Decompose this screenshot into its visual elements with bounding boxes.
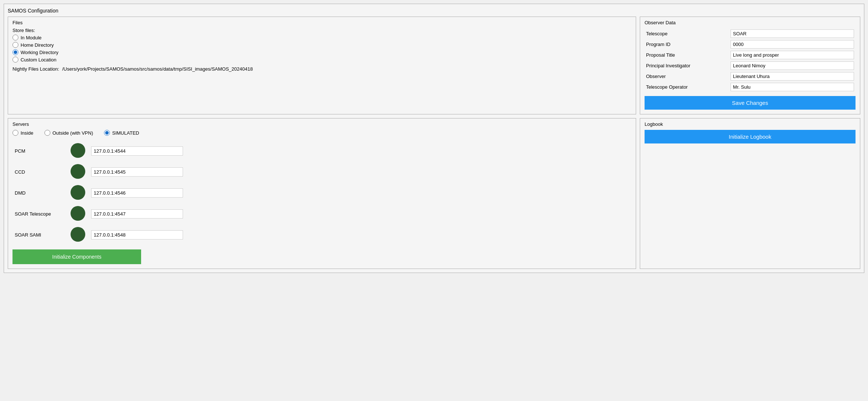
server-status-dot-cell — [69, 141, 89, 161]
main-configuration-group: SAMOS Configuration Files Store files: I… — [4, 4, 864, 273]
observer-table: TelescopeProgram IDProposal TitlePrincip… — [645, 28, 856, 92]
server-address-input[interactable] — [91, 146, 183, 156]
server-row: CCD — [13, 162, 185, 182]
server-address-cell — [90, 183, 185, 203]
observer-field-label: Observer — [645, 71, 729, 82]
server-address-cell — [90, 162, 185, 182]
server-status-dot — [71, 206, 85, 221]
observer-row: Telescope — [645, 28, 856, 39]
server-row: DMD — [13, 183, 185, 203]
radio-inside[interactable]: Inside — [12, 130, 33, 136]
nightly-location-row: Nightly Files Location: /Users/york/Proj… — [12, 66, 631, 72]
server-name-label: SOAR SAMI — [13, 225, 68, 245]
observer-field-label: Telescope Operator — [645, 82, 729, 92]
observer-row: Program ID — [645, 39, 856, 50]
server-name-label: SOAR Telescope — [13, 204, 68, 224]
observer-field-cell — [729, 28, 856, 39]
server-address-input[interactable] — [91, 230, 183, 239]
server-status-dot-cell — [69, 183, 89, 203]
servers-dot-column: PCMCCDDMDSOAR TelescopeSOAR SAMI — [12, 140, 186, 246]
observer-row: Principal Investigator — [645, 60, 856, 71]
radio-custom-location-label: Custom Location — [21, 57, 57, 63]
radio-working-directory-label: Working Directory — [21, 50, 58, 55]
server-address-cell — [90, 141, 185, 161]
server-address-input[interactable] — [91, 167, 183, 177]
top-row: Files Store files: In Module Home Direct… — [8, 17, 860, 114]
observer-row: Telescope Operator — [645, 82, 856, 92]
main-title: SAMOS Configuration — [8, 8, 860, 14]
server-address-cell — [90, 225, 185, 245]
observer-field-input-telescope[interactable] — [731, 29, 854, 38]
save-changes-button[interactable]: Save Changes — [645, 96, 856, 110]
server-status-dot — [71, 164, 85, 179]
radio-in-module-label: In Module — [21, 35, 42, 40]
files-group: Files Store files: In Module Home Direct… — [8, 17, 636, 114]
radio-outside-vpn-label: Outside (with VPN) — [53, 130, 93, 136]
radio-simulated[interactable]: SIMULATED — [104, 130, 139, 136]
observer-field-label: Telescope — [645, 28, 729, 39]
server-mode-radio-group: Inside Outside (with VPN) SIMULATED — [12, 130, 631, 136]
servers-group: Servers Inside Outside (with VPN) SIMULA… — [8, 118, 636, 269]
observer-field-label: Proposal Title — [645, 50, 729, 60]
files-section-title: Files — [12, 20, 631, 25]
bottom-row: Servers Inside Outside (with VPN) SIMULA… — [8, 118, 860, 269]
observer-field-input-observer[interactable] — [731, 72, 854, 81]
server-address-input[interactable] — [91, 188, 183, 198]
store-files-label: Store files: — [12, 28, 631, 33]
server-row: SOAR SAMI — [13, 225, 185, 245]
initialize-logbook-button[interactable]: Initialize Logbook — [645, 130, 856, 143]
server-status-dot-cell — [69, 204, 89, 224]
observer-field-input-proposal-title[interactable] — [731, 51, 854, 59]
nightly-path: /Users/york/Projects/SAMOS/samos/src/sam… — [62, 66, 253, 72]
radio-home-directory[interactable]: Home Directory — [12, 42, 631, 48]
store-files-radio-group: In Module Home Directory Working Directo… — [12, 35, 631, 63]
observer-row: Observer — [645, 71, 856, 82]
server-status-dot — [71, 185, 85, 200]
observer-field-input-program-id[interactable] — [731, 40, 854, 49]
observer-field-label: Program ID — [645, 39, 729, 50]
observer-section-title: Observer Data — [645, 20, 856, 25]
server-name-label: CCD — [13, 162, 68, 182]
observer-field-input-telescope-operator[interactable] — [731, 83, 854, 91]
logbook-group: Logbook Initialize Logbook — [640, 118, 860, 269]
radio-simulated-label: SIMULATED — [112, 130, 139, 136]
observer-group: Observer Data TelescopeProgram IDProposa… — [640, 17, 860, 114]
nightly-label: Nightly Files Location: — [12, 66, 59, 72]
server-row: PCM — [13, 141, 185, 161]
radio-outside-vpn[interactable]: Outside (with VPN) — [44, 130, 93, 136]
radio-working-directory[interactable]: Working Directory — [12, 49, 631, 55]
server-address-cell — [90, 204, 185, 224]
radio-in-module[interactable]: In Module — [12, 35, 631, 40]
server-status-dot — [71, 143, 85, 158]
observer-field-cell — [729, 82, 856, 92]
observer-field-cell — [729, 50, 856, 60]
observer-field-cell — [729, 71, 856, 82]
observer-field-cell — [729, 60, 856, 71]
server-status-dot — [71, 227, 85, 242]
observer-field-label: Principal Investigator — [645, 60, 729, 71]
server-name-label: DMD — [13, 183, 68, 203]
servers-section-title: Servers — [12, 121, 631, 127]
radio-custom-location[interactable]: Custom Location — [12, 57, 631, 63]
server-status-dot-cell — [69, 162, 89, 182]
server-name-label: PCM — [13, 141, 68, 161]
observer-field-input-principal-investigator[interactable] — [731, 61, 854, 70]
initialize-components-button[interactable]: Initialize Components — [12, 249, 141, 264]
observer-field-cell — [729, 39, 856, 50]
server-row: SOAR Telescope — [13, 204, 185, 224]
radio-home-directory-label: Home Directory — [21, 42, 54, 48]
server-address-input[interactable] — [91, 209, 183, 219]
server-rows-table: PCMCCDDMDSOAR TelescopeSOAR SAMI — [12, 140, 186, 246]
server-status-dot-cell — [69, 225, 89, 245]
radio-inside-label: Inside — [21, 130, 33, 136]
logbook-section-title: Logbook — [645, 121, 856, 127]
observer-row: Proposal Title — [645, 50, 856, 60]
